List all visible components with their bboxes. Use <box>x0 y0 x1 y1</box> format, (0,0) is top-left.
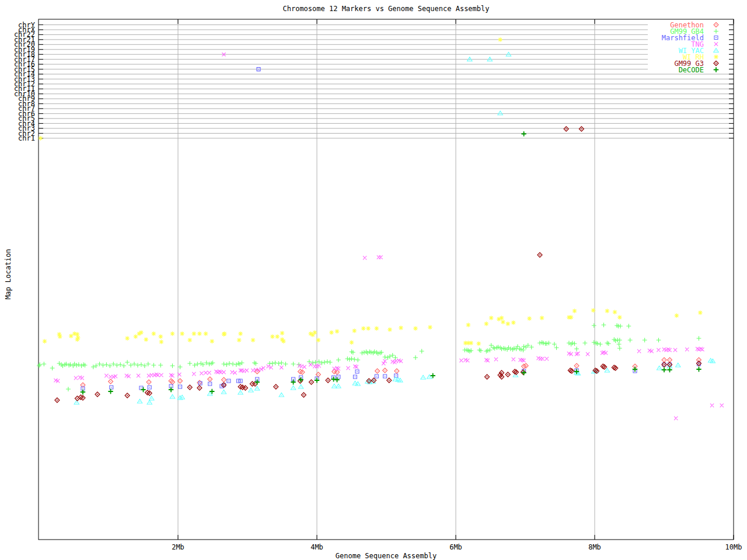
data-point <box>350 341 354 345</box>
data-point <box>178 365 182 369</box>
data-point <box>554 346 558 350</box>
data-point <box>170 394 174 398</box>
data-point <box>95 392 100 397</box>
series-gm99-g3 <box>55 127 701 402</box>
data-point <box>522 345 526 349</box>
data-point <box>159 335 163 339</box>
data-point <box>469 341 473 345</box>
data-point <box>74 400 79 404</box>
data-point <box>270 335 274 339</box>
data-point <box>383 374 387 378</box>
data-point <box>187 385 192 390</box>
data-point <box>239 379 242 383</box>
data-point <box>245 369 249 372</box>
data-point <box>323 360 327 365</box>
data-point <box>313 331 317 335</box>
data-point <box>281 340 285 344</box>
chromosome-label: chr1 <box>18 134 35 142</box>
data-point <box>489 344 493 348</box>
data-point <box>552 342 556 346</box>
data-point <box>460 359 463 362</box>
data-point <box>413 356 417 360</box>
data-point <box>109 390 113 394</box>
data-point <box>270 366 273 369</box>
data-point <box>125 337 130 341</box>
data-point <box>160 373 163 377</box>
data-point <box>360 351 364 355</box>
data-point <box>352 329 357 333</box>
data-point <box>657 348 661 352</box>
data-point <box>627 324 631 328</box>
data-point <box>238 390 243 394</box>
data-point <box>105 374 109 377</box>
data-point <box>522 132 526 136</box>
axis-ticks <box>39 19 734 540</box>
data-point <box>197 386 202 390</box>
data-point <box>710 404 714 407</box>
data-point <box>575 347 579 351</box>
data-point <box>208 377 212 382</box>
data-point <box>249 388 253 392</box>
data-point <box>399 326 403 330</box>
data-point <box>329 331 333 335</box>
data-point <box>598 342 602 346</box>
data-point <box>347 366 350 370</box>
data-point <box>222 362 226 366</box>
x-tick-label: 4Mb <box>310 543 323 551</box>
series-wi-yac <box>74 52 715 405</box>
data-point <box>485 374 490 379</box>
data-point <box>361 327 365 331</box>
data-point <box>146 380 151 384</box>
data-point <box>150 373 153 377</box>
data-point <box>511 321 515 325</box>
data-point <box>326 378 330 383</box>
data-point <box>231 362 235 366</box>
axis-labels: 2Mb4Mb6Mb8Mb10MbchrYchrXchr22chr21chr20c… <box>14 21 742 552</box>
data-point <box>147 400 152 404</box>
data-point <box>673 348 677 352</box>
data-point <box>662 358 666 362</box>
data-point <box>393 356 397 360</box>
data-point <box>336 358 340 362</box>
data-point <box>137 374 140 377</box>
data-point <box>39 136 43 140</box>
data-point <box>110 386 113 389</box>
data-point <box>506 322 510 326</box>
data-point <box>274 384 278 389</box>
data-point <box>43 340 47 344</box>
data-point <box>564 127 568 131</box>
data-point <box>148 386 151 389</box>
data-point <box>170 364 174 368</box>
data-point <box>643 338 647 342</box>
data-point <box>362 351 366 355</box>
data-point <box>573 309 577 313</box>
x-tick-label: 8Mb <box>588 543 601 551</box>
data-point <box>325 360 329 364</box>
data-point <box>267 365 270 368</box>
data-point <box>619 324 623 328</box>
legend-label: DeCODE <box>679 66 704 74</box>
data-point <box>685 348 689 351</box>
gridlines <box>39 19 734 540</box>
data-point <box>395 369 399 373</box>
data-point <box>76 336 80 340</box>
data-point <box>501 320 505 324</box>
data-point <box>316 338 320 342</box>
data-point <box>387 378 392 383</box>
data-point <box>291 362 295 366</box>
data-point <box>617 346 622 351</box>
data-point <box>662 368 666 372</box>
data-point <box>500 316 504 320</box>
data-point <box>420 349 424 354</box>
data-point <box>366 327 371 331</box>
data-point <box>657 338 661 342</box>
data-point <box>512 358 515 361</box>
data-point <box>698 311 702 315</box>
data-point <box>720 404 724 407</box>
data-point <box>657 366 661 370</box>
data-point <box>498 37 502 41</box>
data-point <box>200 372 204 375</box>
data-point <box>251 338 255 342</box>
data-point <box>221 390 226 394</box>
data-point <box>375 369 380 373</box>
